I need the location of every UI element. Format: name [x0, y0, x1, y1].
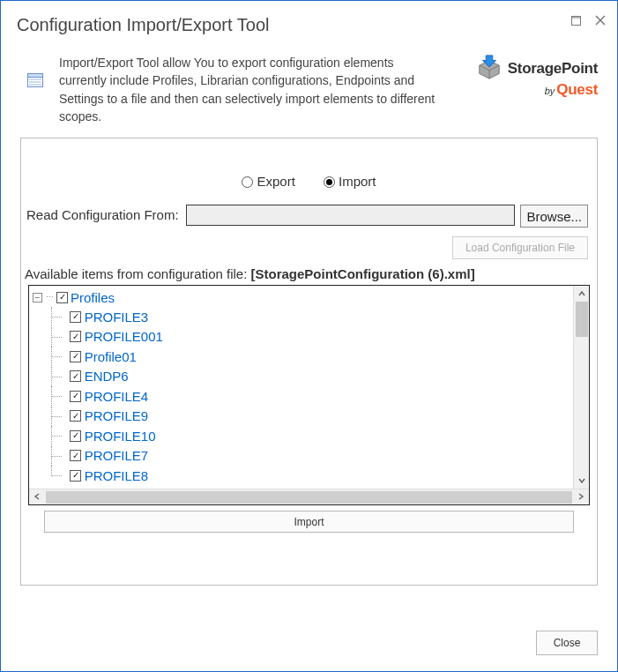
radio-icon	[324, 176, 335, 188]
tree-item: ✓ ENDP6	[33, 367, 573, 387]
item-checkbox[interactable]: ✓	[70, 311, 81, 323]
item-checkbox[interactable]: ✓	[70, 430, 81, 442]
available-prefix: Available items from configuration file:	[25, 266, 251, 281]
item-checkbox[interactable]: ✓	[70, 450, 81, 461]
tree-item: ✓ PROFILE8	[33, 466, 573, 486]
tree-item: ✓ PROFILE001	[33, 327, 573, 347]
tree-connector	[47, 367, 70, 386]
tree-item-label[interactable]: ENDP6	[85, 369, 129, 384]
close-button[interactable]: Close	[536, 631, 598, 655]
tree-item: ✓ PROFILE9	[33, 407, 573, 427]
header-icon	[27, 54, 45, 90]
load-config-button: Load Configuration File	[452, 236, 588, 259]
tree-connector	[47, 307, 70, 326]
tree-connector	[47, 407, 70, 426]
read-from-input[interactable]	[186, 205, 515, 226]
footer: Close	[536, 631, 598, 655]
hscroll-track[interactable]	[46, 491, 572, 504]
tree-container: − ⋯ ✓ Profiles ✓ PROFILE3✓ PROFILE001✓ P…	[28, 285, 590, 505]
tree-connector	[47, 426, 70, 445]
item-checkbox[interactable]: ✓	[70, 370, 81, 382]
tree-connector	[47, 347, 70, 366]
svg-rect-5	[28, 74, 43, 78]
brand-logo: StoragePoint byQuest	[457, 54, 598, 99]
titlebar: Configuration Import/Export Tool	[1, 1, 617, 43]
scroll-thumb[interactable]	[576, 302, 588, 337]
tree-connector	[47, 327, 70, 347]
tree-item-label[interactable]: PROFILE8	[85, 468, 149, 483]
tree-connector	[47, 386, 70, 406]
scroll-right-icon[interactable]	[573, 492, 589, 502]
maximize-icon[interactable]	[570, 14, 582, 26]
tree-connector	[47, 466, 70, 485]
import-row: Import	[21, 505, 597, 533]
export-radio[interactable]: Export	[242, 174, 299, 189]
window-title: Configuration Import/Export Tool	[17, 15, 570, 35]
read-from-row: Read Configuration From: Browse...	[21, 205, 597, 228]
close-icon[interactable]	[594, 14, 607, 26]
tree-item-label[interactable]: PROFILE001	[85, 329, 163, 344]
tree-content: − ⋯ ✓ Profiles ✓ PROFILE3✓ PROFILE001✓ P…	[29, 286, 573, 489]
tree-root-label[interactable]: Profiles	[71, 290, 115, 305]
scroll-left-icon[interactable]	[29, 492, 45, 502]
header-description: Import/Export Tool allow You to export c…	[59, 54, 443, 125]
available-filename: [StoragePointConfiguration (6).xml]	[251, 266, 475, 281]
horizontal-scrollbar[interactable]	[29, 489, 589, 504]
tree-item-label[interactable]: PROFILE4	[85, 389, 149, 404]
browse-button[interactable]: Browse...	[520, 205, 588, 228]
item-checkbox[interactable]: ✓	[70, 351, 81, 362]
tree-root: − ⋯ ✓ Profiles	[33, 287, 573, 307]
load-row: Load Configuration File	[21, 228, 597, 266]
vertical-scrollbar[interactable]	[573, 286, 589, 489]
tree-item-label[interactable]: PROFILE9	[85, 408, 149, 423]
tree-item: ✓ PROFILE3	[33, 307, 573, 327]
brand-name: StoragePoint	[508, 60, 598, 78]
tree-item: ✓ PROFILE7	[33, 446, 573, 467]
tree-connector: ⋯	[46, 293, 53, 302]
item-checkbox[interactable]: ✓	[70, 470, 81, 482]
tree-item-label[interactable]: Profile01	[85, 349, 137, 364]
tree-item: ✓ PROFILE10	[33, 426, 573, 446]
tree-item-label[interactable]: PROFILE3	[85, 310, 149, 325]
main-panel: Export Import Read Configuration From: B…	[20, 138, 598, 586]
brand-by: by	[545, 86, 555, 96]
import-radio[interactable]: Import	[324, 174, 376, 189]
radio-icon	[242, 176, 253, 188]
collapse-icon[interactable]: −	[33, 293, 42, 302]
header: Import/Export Tool allow You to export c…	[1, 43, 617, 132]
tree-item: ✓ PROFILE4	[33, 386, 573, 407]
mode-selector: Export Import	[21, 138, 597, 205]
item-checkbox[interactable]: ✓	[70, 410, 81, 422]
tree-item: ✓ Profile01	[33, 347, 573, 367]
scroll-down-icon[interactable]	[574, 473, 589, 489]
storagepoint-box-icon	[476, 54, 503, 83]
import-button[interactable]: Import	[44, 511, 574, 533]
root-checkbox[interactable]: ✓	[56, 292, 68, 303]
item-checkbox[interactable]: ✓	[70, 331, 81, 342]
import-radio-label: Import	[339, 174, 376, 189]
tree-item-label[interactable]: PROFILE10	[85, 429, 156, 444]
tree-connector	[47, 446, 70, 466]
tree-item-label[interactable]: PROFILE7	[85, 448, 149, 463]
read-from-label: Read Configuration From:	[26, 205, 181, 224]
dialog-window: Configuration Import/Export Tool Import/…	[0, 0, 618, 672]
item-checkbox[interactable]: ✓	[70, 391, 81, 402]
export-radio-label: Export	[257, 174, 294, 189]
brand-vendor: Quest	[556, 81, 598, 98]
scroll-up-icon[interactable]	[574, 286, 589, 302]
window-controls	[570, 14, 607, 26]
available-label: Available items from configuration file:…	[21, 266, 597, 285]
